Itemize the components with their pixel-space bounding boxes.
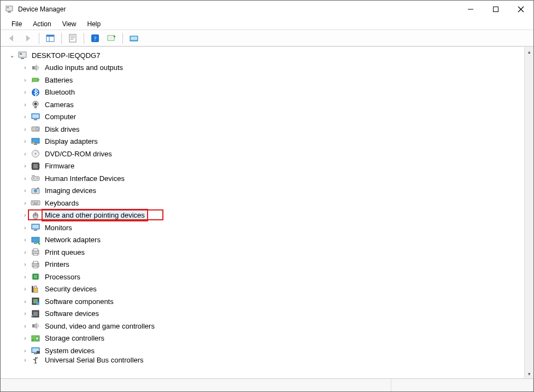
tree-item-disk[interactable]: ›Disk drives [1,123,524,136]
tree-item-printer[interactable]: ›Printers [1,259,524,271]
menu-view[interactable]: View [58,19,81,29]
devices-printers-button[interactable] [126,32,142,45]
tree-item-storage[interactable]: ›Storage controllers [1,332,524,345]
tree-item-battery[interactable]: ›Batteries [1,74,524,86]
tree-item-monitor[interactable]: ›Monitors [1,221,524,234]
help-button[interactable]: ? [87,32,103,45]
tree-item-network[interactable]: ›Network adapters [1,234,524,247]
tree-item-label: Audio inputs and outputs [43,63,125,72]
chevron-right-icon[interactable]: › [21,174,29,182]
chevron-right-icon[interactable]: › [21,76,29,84]
chevron-right-icon[interactable]: › [21,89,29,96]
tree-item-mouse[interactable]: ›Mice and other pointing devices [1,209,524,222]
system-icon [30,346,41,355]
window-title: Device Manager [18,5,66,13]
chevron-right-icon[interactable]: › [21,273,29,280]
maximize-button[interactable] [483,1,508,18]
svg-text:?: ? [94,35,97,42]
menu-file[interactable]: File [7,19,26,29]
back-button[interactable] [4,32,19,45]
tree-item-dvd[interactable]: ›DVD/CD-ROM drives [1,148,524,160]
scan-hardware-button[interactable] [104,32,119,45]
svg-rect-86 [33,288,38,292]
scroll-down-arrow[interactable]: ▾ [525,369,533,378]
svg-rect-4 [494,7,498,12]
svg-rect-37 [34,144,37,145]
tree-item-imaging[interactable]: ›Imaging devices [1,185,524,197]
svg-rect-68 [32,237,39,242]
chevron-down-icon[interactable]: ⌄ [8,51,16,59]
chevron-right-icon[interactable]: › [21,101,29,108]
chevron-right-icon[interactable]: › [21,248,29,256]
tree-item-security[interactable]: ›Security devices [1,283,524,296]
chevron-right-icon[interactable]: › [21,64,29,72]
tree-item-label: Firmware [43,161,76,171]
menu-action[interactable]: Action [28,19,55,29]
chevron-right-icon[interactable]: › [21,125,29,133]
tree-item-label: Display adapters [43,137,99,146]
show-hide-console-tree-button[interactable] [43,32,58,45]
tree-item-processor[interactable]: ›Processors [1,271,524,283]
firmware-icon [30,161,41,171]
tree-item-firmware[interactable]: ›Firmware [1,160,524,173]
svg-rect-92 [33,312,38,316]
minimize-button[interactable] [458,1,483,18]
chevron-right-icon[interactable]: › [21,199,29,207]
chevron-right-icon[interactable]: › [21,162,29,170]
keyboard-icon [30,198,41,208]
svg-rect-17 [109,37,113,39]
swdev-icon [30,309,41,319]
chevron-right-icon[interactable]: › [21,212,29,219]
svg-rect-49 [32,177,39,180]
tree-item-computer[interactable]: ›Computer [1,111,524,124]
svg-point-54 [34,189,37,192]
chevron-right-icon[interactable]: › [21,138,29,145]
display-icon [30,137,41,147]
chevron-right-icon[interactable]: › [21,310,29,318]
chevron-right-icon[interactable]: › [21,357,29,364]
close-button[interactable] [508,1,533,18]
forward-button[interactable] [20,32,36,45]
mouse-icon [30,210,41,220]
tree-item-audio[interactable]: ›Audio inputs and outputs [1,62,524,74]
tree-item-hid[interactable]: ›Human Interface Devices [1,172,524,185]
properties-button[interactable] [65,32,80,45]
tree-item-usb[interactable]: ›Universal Serial Bus controllers [1,357,524,364]
tree-item-label: Software devices [43,309,101,318]
toolbar: ? [1,30,533,46]
chevron-right-icon[interactable]: › [21,322,29,330]
tree-item-swcomp[interactable]: ›Software components [1,295,524,308]
chevron-right-icon[interactable]: › [21,335,29,342]
tree-item-swdev[interactable]: ›Software devices [1,308,524,320]
svg-rect-66 [32,225,39,229]
tree-item-label: Bluetooth [43,87,77,97]
tree-item-display[interactable]: ›Display adapters [1,136,524,148]
device-tree[interactable]: ⌄DESKTOP-IEQQDG7›Audio inputs and output… [1,47,524,378]
tree-item-label: Software components [43,297,115,306]
tree-item-bluetooth[interactable]: ›Bluetooth [1,86,524,99]
tree-root[interactable]: ⌄DESKTOP-IEQQDG7 [1,49,524,62]
tree-item-label: Batteries [43,75,74,85]
storage-icon [30,334,41,343]
scroll-up-arrow[interactable]: ▴ [525,47,533,56]
vertical-scrollbar[interactable]: ▴ ▾ [524,47,533,378]
chevron-right-icon[interactable]: › [21,261,29,268]
chevron-right-icon[interactable]: › [21,224,29,231]
tree-item-label: Storage controllers [43,334,106,343]
chevron-right-icon[interactable]: › [21,113,29,121]
chevron-right-icon[interactable]: › [21,236,29,244]
chevron-right-icon[interactable]: › [21,297,29,305]
chevron-right-icon[interactable]: › [21,150,29,157]
tree-item-printqueue[interactable]: ›Print queues [1,246,524,259]
chevron-right-icon[interactable]: › [21,347,29,354]
tree-item-sound[interactable]: ›Sound, video and game controllers [1,320,524,332]
svg-rect-75 [33,261,38,264]
menubar: File Action View Help [1,18,533,30]
menu-help[interactable]: Help [83,19,105,29]
tree-item-camera[interactable]: ›Cameras [1,98,524,111]
chevron-right-icon[interactable]: › [21,187,29,195]
tree-item-keyboard[interactable]: ›Keyboards [1,197,524,209]
chevron-right-icon[interactable]: › [21,285,29,293]
svg-rect-79 [34,275,37,278]
tree-item-system[interactable]: ›System devices [1,344,524,357]
